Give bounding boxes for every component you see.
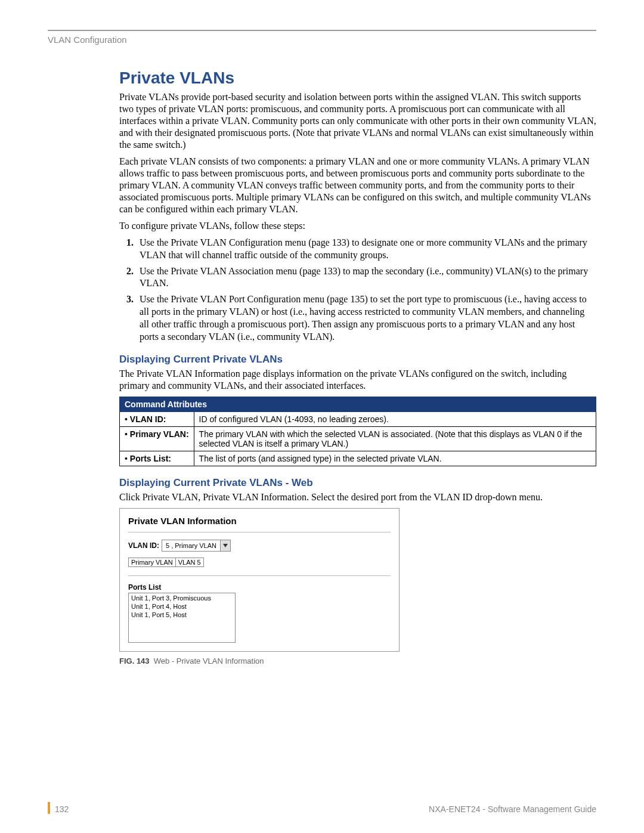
ports-list-label: Ports List bbox=[128, 583, 391, 592]
footer-accent-bar bbox=[48, 802, 50, 814]
chevron-down-icon[interactable] bbox=[220, 540, 230, 551]
command-attributes-table: Command Attributes • VLAN ID: ID of conf… bbox=[119, 397, 596, 466]
page-footer: 132 NXA-ENET24 - Software Management Gui… bbox=[48, 802, 596, 814]
ports-list-item: Unit 1, Port 4, Host bbox=[131, 603, 233, 611]
steps-list: Use the Private VLAN Configuration menu … bbox=[119, 237, 596, 343]
ports-list-item: Unit 1, Port 5, Host bbox=[131, 611, 233, 620]
step-2: Use the Private VLAN Association menu (p… bbox=[136, 265, 596, 290]
doc-title: NXA-ENET24 - Software Management Guide bbox=[429, 804, 596, 814]
vlanid-label: VLAN ID: bbox=[128, 541, 159, 550]
vlanid-value: 5 , Primary VLAN bbox=[162, 542, 220, 549]
cmd-attr-ports: • Ports List: bbox=[120, 451, 194, 466]
cmd-desc-primary: The primary VLAN with which the selected… bbox=[194, 427, 596, 451]
page-header: VLAN Configuration bbox=[48, 35, 596, 45]
ports-list-item: Unit 1, Port 3, Promiscuous bbox=[131, 594, 233, 603]
cmd-desc-ports: The list of ports (and assigned type) in… bbox=[194, 451, 596, 466]
pv-col1: Primary VLAN bbox=[129, 558, 176, 567]
step-3: Use the Private VLAN Port Configuration … bbox=[136, 293, 596, 343]
intro-para-2: Each private VLAN consists of two compon… bbox=[119, 156, 596, 215]
intro-para-1: Private VLANs provide port-based securit… bbox=[119, 91, 596, 151]
page-title: Private VLANs bbox=[119, 69, 596, 88]
svg-marker-0 bbox=[223, 544, 228, 547]
cmd-attr-primary: • Primary VLAN: bbox=[120, 427, 194, 451]
primary-vlan-mini-table: Primary VLAN VLAN 5 bbox=[128, 558, 204, 567]
page-number: 132 bbox=[55, 804, 69, 814]
step-1: Use the Private VLAN Configuration menu … bbox=[136, 237, 596, 262]
cmd-table-header: Command Attributes bbox=[120, 397, 596, 412]
section-heading-web: Displaying Current Private VLANs - Web bbox=[119, 477, 596, 489]
section-heading-displaying: Displaying Current Private VLANs bbox=[119, 354, 596, 366]
figure-panel: Private VLAN Information VLAN ID: 5 , Pr… bbox=[119, 508, 400, 652]
figure-caption: FIG. 143 Web - Private VLAN Information bbox=[119, 657, 596, 665]
vlanid-dropdown[interactable]: 5 , Primary VLAN bbox=[162, 540, 231, 552]
figure-panel-title: Private VLAN Information bbox=[128, 516, 391, 526]
cmd-attr-vlanid: • VLAN ID: bbox=[120, 412, 194, 427]
section-body-web: Click Private VLAN, Private VLAN Informa… bbox=[119, 491, 596, 503]
ports-list-box[interactable]: Unit 1, Port 3, Promiscuous Unit 1, Port… bbox=[128, 593, 236, 643]
pv-col2: VLAN 5 bbox=[175, 558, 203, 567]
intro-para-3: To configure private VLANs, follow these… bbox=[119, 220, 596, 232]
section-body-displaying: The Private VLAN Information page displa… bbox=[119, 368, 596, 392]
cmd-desc-vlanid: ID of configured VLAN (1-4093, no leadin… bbox=[194, 412, 596, 427]
